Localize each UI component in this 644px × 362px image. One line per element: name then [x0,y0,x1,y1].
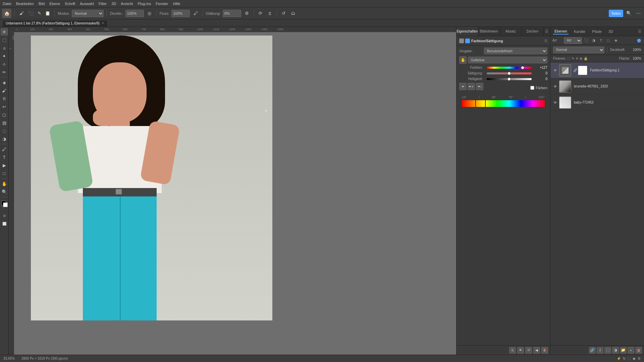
quick-mask-icon[interactable]: ⊙ [1,212,8,219]
blur-tool-icon[interactable]: ◌ [1,127,8,134]
angle-icon[interactable]: ⟳ [257,10,264,17]
lock-position-btn[interactable]: ✛ [576,57,578,60]
menu-item-schrift[interactable]: Schrift [65,2,75,6]
lock-transparent-btn[interactable]: ⬚ [567,57,570,60]
menu-item-fenster[interactable]: Fenster [156,2,168,6]
text-tool-icon[interactable]: T [1,154,8,161]
props-panel-menu-icon[interactable]: ☰ [543,27,550,36]
spot-heal-icon[interactable]: ◈ [1,79,8,86]
props-prev-btn[interactable]: ◀ [533,347,540,354]
layer-link-1[interactable]: 🔗 [573,68,578,73]
rotate-icon[interactable]: ↺ [280,10,287,17]
smooth-input[interactable] [223,10,241,17]
menu-item-bearbeiten[interactable]: Bearbeiten [16,2,34,6]
add-group-btn[interactable]: 📁 [620,347,627,354]
dodge-tool-icon[interactable]: ◑ [1,135,8,142]
hue-slider-thumb[interactable] [521,66,524,69]
history-brush-icon[interactable]: ↩ [1,103,8,110]
status-icon-3[interactable]: ⬚ [628,357,631,360]
blendmode-select[interactable]: Normal [553,47,604,53]
tab-kanaele[interactable]: Kanäle [573,29,587,34]
layer-eye-2[interactable]: 👁 [552,84,558,89]
selection-tool-icon[interactable]: ⬚ [1,36,8,44]
layer-adj-btn[interactable]: ◑ [591,38,597,44]
tab-bibliotheken[interactable]: Bibliotheken [478,27,500,36]
status-icon-5[interactable]: ⚙ [638,357,641,360]
layer-item-1[interactable]: 👁 🔗 Farbton/Sättigung 1 [550,62,644,78]
tab-3d[interactable]: 3D [607,29,614,34]
tab-eigenschaften[interactable]: Eigenschaften [457,27,478,36]
symmetry-icon[interactable]: ⧖ [266,10,274,17]
layer-item-3[interactable]: 👁 baby-772453 [550,95,644,111]
crop-tool-icon[interactable]: ⊹ [1,60,8,68]
lock-paint-btn[interactable]: ✎ [572,57,574,60]
layer-filter-btn[interactable]: ⬛ [583,38,589,44]
hand-tool-icon[interactable]: ✋ [1,180,8,187]
tab-pfade[interactable]: Pfade [591,29,603,34]
preset-select[interactable]: Benutzerdefiniert [484,48,547,54]
layer-filter-toggle[interactable]: ⬤ [636,38,642,44]
layer-item-2[interactable]: 👁 brunette-487061_1920 [550,78,644,95]
link-layers-btn[interactable]: 🔗 [589,347,596,354]
pen-tool-icon[interactable]: 🖊 [1,145,8,153]
status-icon-2[interactable]: fx [623,357,626,360]
clone-stamp-icon[interactable]: ⎘ [1,95,8,102]
menu-item-ebene[interactable]: Ebene [49,2,60,6]
lock-artboard-btn[interactable]: ⊞ [580,57,582,60]
tab-ebenen[interactable]: Ebenen [553,28,569,35]
light-slider-thumb[interactable] [507,77,511,81]
layers-panel-menu[interactable]: ☰ [638,29,641,34]
props-collapse-icon[interactable]: ☰ [544,39,547,43]
path-select-icon[interactable]: ▶ [1,162,8,169]
tab-zeichen[interactable]: Zeichen [522,27,543,36]
menu-item-ansicht[interactable]: Ansicht [121,2,133,6]
pressure-icon[interactable]: ◎ [146,10,153,17]
shape-tool-icon[interactable]: □ [1,170,8,177]
props-reset-btn[interactable]: ↺ [525,347,532,354]
airbrush-icon[interactable]: 🖊 [192,10,199,17]
lock-all-btn[interactable]: 🔒 [584,57,588,60]
sat-slider-track[interactable] [487,72,532,74]
add-adj-btn[interactable]: ◑ [612,347,619,354]
props-clip-btn[interactable]: ⎗ [509,347,516,354]
hue-slider-track[interactable] [487,67,532,69]
extra-icon[interactable]: 🗂 [289,10,297,17]
menu-item-datei[interactable]: Datei [3,2,11,6]
tool-icon-1[interactable]: ⬛ [27,10,35,17]
tab-close-icon[interactable]: ✕ [102,21,104,25]
home-button[interactable]: 🏠 [2,9,11,18]
add-style-btn[interactable]: f [597,347,603,354]
magic-wand-icon[interactable]: ✦ [1,52,8,60]
light-slider-track[interactable] [487,78,532,80]
props-delete-btn[interactable]: 🗑 [541,347,548,354]
screen-mode-icon[interactable]: ⬜ [1,220,8,227]
eyedropper-tool-icon[interactable]: ✏ [1,68,8,76]
eyedropper-btn-sub[interactable]: ✒- [476,83,483,90]
sat-slider-thumb[interactable] [507,72,511,75]
colorize-checkbox[interactable] [530,86,534,90]
layer-eye-1[interactable]: 👁 [552,68,558,73]
add-mask-btn[interactable]: ⬚ [604,347,611,354]
add-layer-btn[interactable]: + [628,347,634,354]
document-tab[interactable]: Unbenannt-1 bei 27,8% (Farbton/Sättigung… [2,20,108,26]
mode-select[interactable]: Normal Multiplizieren Abblenden [72,10,104,17]
menu-item-plugins[interactable]: Plug-ins [138,2,151,6]
flux-input[interactable] [171,10,190,17]
brush-tool-icon[interactable]: 🖌 [18,10,25,17]
menu-item-auswahl[interactable]: Auswahl [80,2,94,6]
move-tool-icon[interactable]: ✛ [1,28,8,36]
layer-smart-btn[interactable]: ◈ [613,38,619,44]
layer-shape-btn[interactable]: □ [605,38,611,44]
eyedropper-btn-add[interactable]: ✒+ [468,83,475,90]
eyedropper-btn-1[interactable]: ✒ [459,83,467,90]
more-icon[interactable]: ⋯ [635,10,642,17]
tab-absatz[interactable]: Absatz [500,27,522,36]
layers-filter-select[interactable]: Art [564,37,582,44]
eraser-tool-icon[interactable]: ◻ [1,111,8,118]
delete-layer-btn[interactable]: 🗑 [635,347,642,354]
menu-item-filter[interactable]: Filter [99,2,107,6]
lasso-tool-icon[interactable]: ⌾ [1,44,8,52]
tool-icon-2[interactable]: ✎ [36,10,43,17]
background-color[interactable] [3,202,8,207]
zoom-tool-icon[interactable]: 🔍 [1,188,8,195]
